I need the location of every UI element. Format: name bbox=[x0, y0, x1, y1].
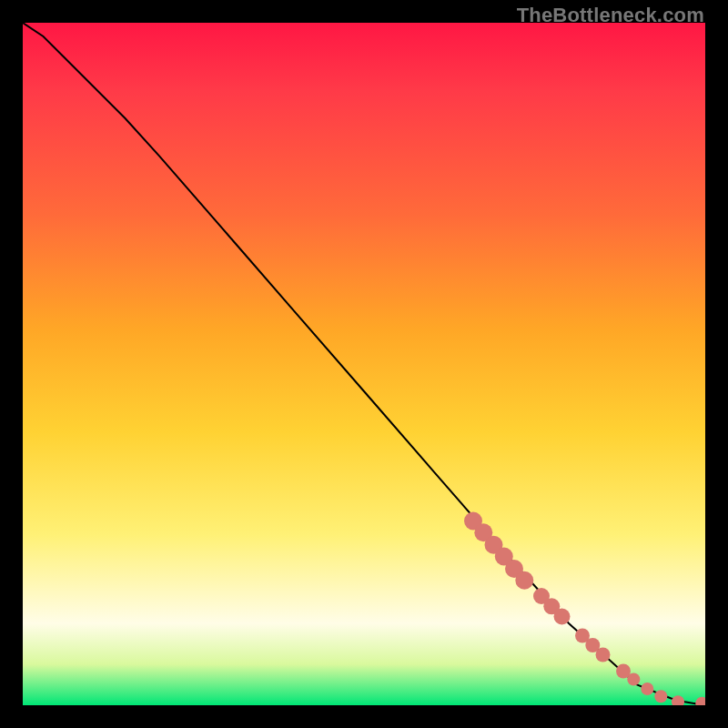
curve-line bbox=[23, 23, 705, 705]
chart-container: TheBottleneck.com bbox=[0, 0, 728, 728]
data-point bbox=[627, 673, 640, 686]
chart-svg bbox=[23, 23, 705, 705]
data-point bbox=[596, 648, 611, 662]
data-point bbox=[695, 697, 705, 705]
plot-area bbox=[23, 23, 705, 705]
data-point bbox=[515, 571, 533, 590]
data-point bbox=[641, 682, 653, 695]
data-point bbox=[654, 690, 667, 703]
data-point bbox=[672, 695, 684, 705]
data-points bbox=[464, 512, 705, 706]
data-point bbox=[554, 609, 571, 625]
